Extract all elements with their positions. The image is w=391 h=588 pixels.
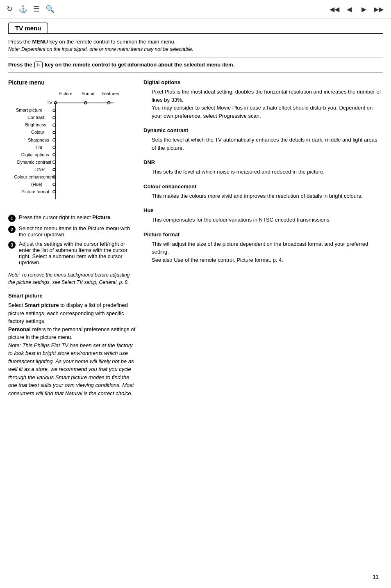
next-button[interactable]: ▶ (358, 3, 370, 15)
intro-line1: Press the MENU key on the remote control… (8, 39, 383, 45)
smart-picture-note: Note: This Philips Flat TV has been set … (8, 342, 134, 396)
picture-format-title: Picture format (143, 231, 383, 238)
picture-menu-heading: Picture menu (8, 79, 135, 86)
digital-options-title: Digital options (143, 79, 383, 85)
info-plus-icon: i+ (34, 62, 42, 68)
svg-text:Digital options: Digital options (21, 152, 50, 157)
smart-picture-body: Select Smart picture to display a list o… (8, 301, 135, 397)
svg-point-12 (53, 117, 55, 119)
toc-icon[interactable]: ☰ (33, 5, 40, 14)
svg-point-24 (53, 161, 55, 163)
svg-text:Tint: Tint (35, 145, 42, 150)
svg-text:Brightness: Brightness (25, 122, 47, 127)
left-column: Picture menu Picture Sound Features TV (8, 79, 135, 404)
skip-forward-button[interactable]: ▶▶ (373, 3, 384, 15)
digital-options-body: Pixel Plus is the most ideal setting, do… (143, 88, 383, 120)
svg-text:Dynamic contrast: Dynamic contrast (17, 160, 52, 165)
digital-options-section: Digital options Pixel Plus is the most i… (143, 79, 383, 120)
step-1: 1 Press the cursor right to select Pictu… (8, 214, 135, 222)
svg-text:TV: TV (47, 100, 53, 105)
steps-list: 1 Press the cursor right to select Pictu… (8, 214, 135, 265)
svg-point-30 (53, 183, 55, 185)
dynamic-contrast-title: Dynamic contrast (143, 127, 383, 133)
two-col-layout: Picture menu Picture Sound Features TV (8, 79, 383, 404)
page-number: 11 (373, 574, 379, 580)
svg-text:(Hue): (Hue) (31, 182, 42, 187)
menu-diagram-svg: Picture Sound Features TV (8, 90, 131, 205)
prev-button[interactable]: ◀ (343, 3, 355, 15)
dynamic-contrast-section: Dynamic contrast Sets the level at which… (143, 127, 383, 152)
search-icon[interactable]: 🔍 (45, 5, 55, 14)
step-3-num: 3 (8, 241, 16, 249)
dnr-section: DNR This sets the level at which noise i… (143, 159, 383, 176)
dnr-body: This sets the level at which noise is me… (143, 168, 383, 176)
svg-text:Picture format: Picture format (22, 189, 49, 194)
step-2: 2 Select the menu items in the Picture m… (8, 225, 135, 238)
svg-point-20 (53, 146, 55, 149)
colour-enhancement-body: This makes the colours more vivid and im… (143, 192, 383, 200)
hue-title: Hue (143, 207, 383, 213)
svg-text:DNR: DNR (35, 167, 45, 172)
svg-text:Sound: Sound (82, 91, 94, 96)
back-icon[interactable]: ↻ (7, 5, 13, 14)
step-2-text: Select the menu items in the Picture men… (19, 225, 135, 238)
toolbar-left: ↻ ⚓ ☰ 🔍 (7, 5, 55, 14)
svg-point-16 (53, 131, 55, 134)
step-1-text: Press the cursor right to select Picture… (19, 214, 135, 220)
hue-body: This compensates for the colour variatio… (143, 216, 383, 224)
svg-text:Colour enhancement: Colour enhancement (14, 174, 56, 179)
svg-text:Picture: Picture (59, 91, 73, 96)
colour-enhancement-section: Colour enhancement This makes the colour… (143, 183, 383, 200)
picture-format-body: This will adjust the size of the picture… (143, 240, 383, 264)
picture-format-section: Picture format This will adjust the size… (143, 231, 383, 264)
svg-text:Features: Features (102, 91, 119, 96)
svg-point-32 (53, 190, 55, 193)
svg-text:Colour: Colour (31, 130, 44, 135)
step-2-num: 2 (8, 226, 16, 233)
step-3: 3 Adjust the settings with the cursor le… (8, 241, 135, 265)
svg-text:Smart picture: Smart picture (16, 108, 42, 112)
intro-line2: Note: Dependent on the input signal, one… (8, 46, 383, 52)
colour-enhancement-title: Colour enhancement (143, 183, 383, 190)
svg-point-26 (53, 168, 55, 171)
dynamic-contrast-body: Sets the level at which the TV automatic… (143, 136, 383, 152)
svg-text:Contrast: Contrast (27, 115, 44, 120)
step-1-num: 1 (8, 215, 16, 222)
tv-menu-tab[interactable]: TV menu (8, 23, 48, 33)
svg-text:Sharpness: Sharpness (28, 137, 49, 142)
svg-point-18 (53, 139, 55, 141)
smart-picture-title: Smart picture (8, 293, 135, 299)
step-3-text: Adjust the settings with the cursor left… (19, 241, 135, 265)
toolbar-right: ◀◀ ◀ ▶ ▶▶ (329, 3, 384, 15)
hue-section: Hue This compensates for the colour vari… (143, 207, 383, 224)
tab-container: TV menu (0, 18, 391, 34)
skip-back-button[interactable]: ◀◀ (329, 3, 340, 15)
right-column: Digital options Pixel Plus is the most i… (143, 79, 383, 404)
dnr-title: DNR (143, 159, 383, 165)
adjust-note: Note: To remove the menu background befo… (8, 271, 135, 286)
info-box: Press the i+ key on the remote control t… (8, 57, 383, 73)
picture-menu-diagram: Picture Sound Features TV (8, 90, 135, 206)
menu-bold: MENU (32, 39, 48, 45)
home-icon[interactable]: ⚓ (18, 5, 27, 14)
toolbar: ↻ ⚓ ☰ 🔍 ◀◀ ◀ ▶ ▶▶ (0, 0, 391, 18)
smart-picture-section: Smart picture Select Smart picture to di… (8, 293, 135, 397)
svg-point-22 (53, 153, 55, 156)
main-content: Press the MENU key on the remote control… (0, 39, 391, 412)
svg-point-14 (53, 124, 55, 126)
